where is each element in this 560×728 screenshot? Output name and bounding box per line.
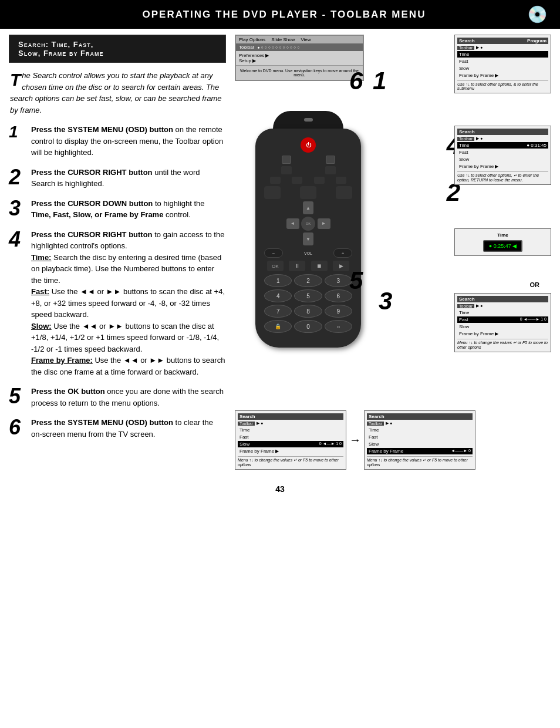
panel2-toolbar-val: ▶ ● — [476, 136, 483, 141]
panel5-note: Menu ↑↓ to change the values ↵ or F5 to … — [238, 456, 343, 467]
panel2-fbf: Frame by Frame ▶ — [457, 163, 548, 170]
panel1-program: Program — [527, 38, 546, 43]
panel5-title: Search — [238, 413, 343, 420]
sleep-button[interactable] — [282, 156, 291, 164]
num-5[interactable]: 5 — [294, 289, 322, 302]
picture-button[interactable] — [300, 186, 316, 199]
dpad-left[interactable]: ◄ — [286, 218, 299, 229]
dpad-right[interactable]: ► — [318, 218, 330, 229]
num-3[interactable]: 3 — [325, 274, 352, 287]
step-6: 6 Press the SYSTEM MENU (OSD) button to … — [9, 417, 226, 440]
menu-preferences: Preferences ▶ — [239, 53, 360, 58]
panel5-toolbar-val: ▶ ● — [257, 421, 263, 426]
panel4-time: Time — [457, 309, 548, 316]
panel-time-box: Time ● 0:25:47 ◀ — [454, 228, 551, 256]
num-6[interactable]: 6 — [325, 289, 352, 302]
panel2-toolbar: Toolbar — [457, 137, 474, 141]
dpad-up[interactable]: ▲ — [303, 201, 313, 214]
time-panel-label: Time — [458, 232, 547, 238]
main-content: Search: Time, Fast, Slow, Frame by Frame… — [0, 29, 560, 476]
time-panel-value: ● 0:25:47 ◀ — [483, 240, 522, 252]
intro-paragraph: The Search control allows you to start t… — [9, 70, 226, 116]
step-text-1: Press the SYSTEM MENU (OSD) button on th… — [31, 124, 226, 159]
right-column: Play Options Slide Show View Toolbar ● ○… — [235, 35, 551, 470]
panel4-note: Menu ↑↓ to change the values ↵ or F5 to … — [457, 339, 548, 349]
num-1[interactable]: 1 — [264, 274, 292, 287]
toolbar-dots: ● ○ ○ ○ ○ ○ ○ ○ ○ ○ ○ ○ — [257, 45, 299, 49]
panel1-slow: Slow — [457, 65, 548, 72]
light-button[interactable] — [326, 156, 335, 164]
header-title: Operating the DVD Player - Toolbar Menu — [41, 9, 527, 21]
panel1-toolbar-indicator: ▶ ● — [476, 45, 483, 50]
panel6-fbf: Frame by Frame — [369, 449, 403, 454]
step-number-2: 2 — [9, 167, 25, 188]
audio-button[interactable] — [270, 177, 281, 184]
panel4-fast-val: 0 ◄——► 1 0 — [520, 317, 546, 322]
panel6-note: Menu ↑↓ to change the values ↵ or F5 to … — [367, 456, 473, 467]
step-label-5: 5 — [349, 267, 363, 295]
vol-minus[interactable]: − — [264, 248, 283, 258]
panel5-slow: Slow — [239, 441, 249, 447]
repeat-button[interactable] — [292, 177, 302, 184]
panel-search-time: Search Toolbar ▶ ● Time ● 0:31:45 Fast S… — [454, 126, 551, 185]
vol-label: VOL — [304, 251, 312, 255]
main-dvd-screen: Play Options Slide Show View Toolbar ● ○… — [235, 35, 364, 81]
panel2-note: Use ↑↓ to select other options, ↵ to ent… — [457, 171, 548, 182]
step-3: 3 Press the CURSOR DOWN button to highli… — [9, 198, 226, 221]
panel5-time: Time — [238, 427, 343, 433]
panel6-fast: Fast — [367, 434, 473, 440]
step-5: 5 Press the OK button once you are done … — [9, 386, 226, 409]
num-2[interactable]: 2 — [294, 274, 322, 287]
num-7[interactable]: 7 — [264, 305, 292, 318]
num-4[interactable]: 4 — [264, 289, 292, 302]
step-2: 2 Press the CURSOR RIGHT button until th… — [9, 167, 226, 190]
panel5-toolbar: Toolbar — [238, 422, 255, 426]
system-menu-button[interactable] — [325, 166, 336, 174]
panel4-fast: Fast — [459, 317, 468, 322]
num-clear[interactable]: ○ — [325, 320, 352, 333]
play-button[interactable]: ▶ — [333, 261, 349, 271]
subtitle-button[interactable] — [336, 177, 346, 184]
power-button[interactable]: ⏻ — [301, 137, 316, 153]
dpad-down[interactable]: ▼ — [303, 232, 313, 245]
step-label-6: 6 — [349, 67, 363, 95]
cinema-sound-button[interactable] — [264, 186, 281, 199]
num-0[interactable]: 0 — [294, 320, 322, 333]
step-number-1: 1 — [9, 124, 25, 140]
screen-welcome-text: Welcome to DVD menu. Use navigation keys… — [236, 65, 363, 80]
menu-view: View — [301, 37, 311, 42]
panel1-note: Use ↑↓ to select other options, & to ent… — [457, 80, 548, 90]
bottom-screens-area: Search Toolbar ▶ ● Time Fast Slow 0 ◄—► … — [235, 410, 551, 470]
ok-button[interactable]: OK — [267, 261, 284, 271]
step-number-5: 5 — [9, 386, 25, 407]
pause-button[interactable]: ⏸ — [289, 261, 305, 271]
step-text-2: Press the CURSOR RIGHT button until the … — [31, 167, 226, 190]
tv-button[interactable] — [281, 166, 292, 174]
vol-plus[interactable]: + — [333, 248, 352, 258]
num-8[interactable]: 8 — [294, 305, 322, 318]
left-column: Search: Time, Fast, Slow, Frame by Frame… — [9, 35, 226, 470]
panel6-slow: Slow — [367, 441, 473, 447]
steps-list: 1 Press the SYSTEM MENU (OSD) button on … — [9, 124, 226, 440]
section-title: Search: Time, Fast, Slow, Frame by Frame — [18, 40, 217, 58]
drop-cap: T — [10, 71, 21, 89]
step-number-3: 3 — [9, 198, 25, 219]
num-lock[interactable]: 🔒 — [264, 320, 292, 333]
panel5-slow-val: 0 ◄—► 1 0 — [319, 441, 342, 447]
step-text-6: Press the SYSTEM MENU (OSD) button to cl… — [31, 417, 226, 440]
step-number-4: 4 — [9, 229, 25, 250]
panel1-fbf: Frame by Frame ▶ — [457, 72, 548, 79]
panel4-toolbar-val: ▶ ● — [476, 304, 483, 308]
menu-setup: Setup ▶ — [239, 58, 360, 63]
page-header: Operating the DVD Player - Toolbar Menu … — [0, 0, 560, 29]
step-4: 4 Press the CURSOR RIGHT button to gain … — [9, 229, 226, 378]
tv-sound-button[interactable] — [336, 186, 352, 199]
or-label: OR — [530, 281, 540, 288]
dpad-center[interactable]: OK — [301, 217, 315, 231]
stop-button[interactable]: ⏹ — [311, 261, 328, 271]
ab-button[interactable] — [314, 177, 325, 184]
num-9[interactable]: 9 — [325, 305, 352, 318]
panel2-fast: Fast — [457, 149, 548, 156]
panel6-toolbar: Toolbar — [367, 422, 384, 426]
step-text-4: Press the CURSOR RIGHT button to gain ac… — [31, 229, 226, 378]
